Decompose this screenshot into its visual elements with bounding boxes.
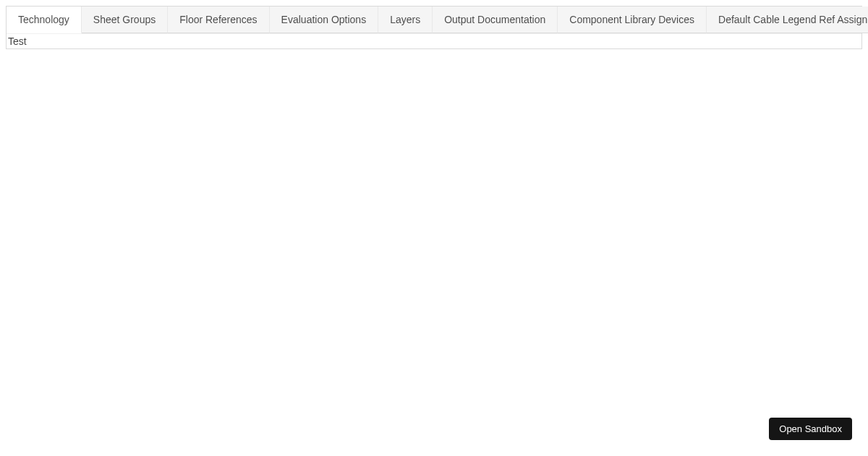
tab-floor-references[interactable]: Floor References (168, 7, 269, 33)
tab-component-library-devices[interactable]: Component Library Devices (558, 7, 707, 33)
tab-evaluation-options[interactable]: Evaluation Options (270, 7, 379, 33)
tab-container: Technology Sheet Groups Floor References… (6, 6, 862, 49)
open-sandbox-button[interactable]: Open Sandbox (769, 418, 852, 440)
tab-output-documentation[interactable]: Output Documentation (433, 7, 558, 33)
tab-sheet-groups[interactable]: Sheet Groups (82, 7, 168, 33)
tab-nav: Technology Sheet Groups Floor References… (7, 7, 861, 34)
tab-default-cable-legend-ref-assignments[interactable]: Default Cable Legend Ref Assignments (707, 7, 868, 33)
tab-technology[interactable]: Technology (7, 7, 82, 33)
tab-content: Test (7, 34, 861, 48)
tab-layers[interactable]: Layers (378, 7, 433, 33)
